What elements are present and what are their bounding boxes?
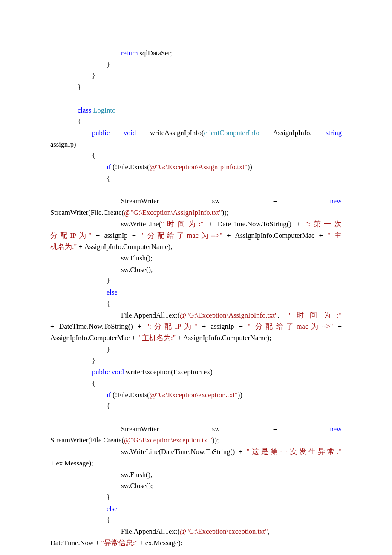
code-line: }: [50, 70, 342, 82]
code-text: (!File.Exists(: [111, 163, 150, 171]
code-text: sw.Flush();: [121, 254, 153, 262]
code-line: else: [50, 287, 342, 298]
brace: }: [107, 277, 110, 285]
code-line: StreamWriter(File.Create(@"G:\Exception\…: [50, 435, 342, 446]
code-text: + AssignIpInfo.ComputerName);: [176, 334, 271, 342]
string-literal: ":第一次: [306, 220, 342, 228]
code-line: {: [50, 378, 342, 390]
code-text: sw: [212, 425, 220, 433]
code-text: + DateTime.Now.ToString() +: [204, 220, 306, 228]
keyword-string: string: [326, 129, 342, 137]
blank-line: [50, 412, 342, 424]
code-line: StreamWriter sw = new: [50, 196, 342, 207]
code-line: File.AppendAllText(@"G:\Exception\Assign…: [50, 310, 342, 321]
code-text: + assignIp +: [197, 322, 248, 330]
code-text: sw: [212, 197, 220, 205]
keyword-else: else: [107, 505, 118, 513]
string-literal: 机名为:": [50, 243, 77, 251]
code-line: }: [50, 492, 342, 503]
code-text: + AssignIpInfo.ComputerName);: [77, 243, 172, 251]
code-line: }: [50, 344, 342, 356]
string-literal: "时间为:": [161, 220, 204, 228]
code-text: AssignIpInfo,: [273, 129, 312, 137]
keyword-public: public: [92, 368, 110, 376]
code-line: sw.WriteLine(DateTime.Now.ToString() + "…: [50, 446, 342, 458]
code-text: ));: [212, 436, 219, 444]
code-line: else: [50, 503, 342, 515]
code-line: AssignIpInfo.ComputerMac + " 主机名为:" + As…: [50, 332, 342, 344]
keyword-new: new: [330, 425, 342, 433]
code-text: +: [333, 322, 342, 330]
code-line: if (!File.Exists(@"G:\Exception\AssignIp…: [50, 162, 342, 173]
code-text: File.AppendAllText(: [121, 311, 180, 319]
keyword-void: void: [111, 368, 124, 376]
code-line: }: [50, 82, 342, 93]
code-text: writerException(Exception ex): [124, 368, 213, 376]
code-text: + assignIp +: [92, 231, 140, 240]
string-literal: @"G:\Exception\exception.txt": [180, 527, 268, 535]
code-text: sw.WriteLine(: [121, 220, 161, 228]
string-literal: " 主: [327, 231, 342, 240]
code-line: File.AppendAllText(@"G:\Exception\except…: [50, 526, 342, 538]
string-literal: " 分配给了mac为-->": [140, 231, 222, 240]
code-line: {: [50, 150, 342, 162]
code-text: + DateTime.Now.ToString() +: [50, 322, 146, 330]
code-text: sqlDataSet;: [138, 49, 172, 57]
code-line: {: [50, 173, 342, 185]
string-literal: " 分配给了mac为-->": [248, 322, 333, 330]
keyword-if: if: [107, 163, 111, 171]
brace: }: [107, 493, 110, 501]
code-line: return sqlDataSet;: [50, 48, 342, 59]
code-line: sw.Flush();: [50, 253, 342, 264]
code-document: return sqlDataSet; } } } class LogInto {…: [0, 0, 392, 555]
code-text: =: [273, 425, 277, 433]
brace: {: [107, 402, 110, 410]
string-literal: "时间为:": [287, 311, 342, 319]
code-text: sw.WriteLine(DateTime.Now.ToString() +: [121, 448, 247, 456]
code-text: sw.Flush();: [121, 471, 153, 479]
code-line: sw.Close();: [50, 480, 342, 492]
code-text: =: [273, 197, 277, 205]
code-text: File.AppendAllText(: [121, 527, 180, 535]
code-line: {: [50, 401, 342, 412]
code-text: DateTime.Now +: [50, 539, 101, 547]
code-text: )): [238, 391, 242, 399]
string-literal: @"G:\Exception\AssignIpInfo.txt": [124, 208, 222, 217]
code-text: StreamWriter: [121, 425, 159, 433]
code-line: class LogInto: [50, 105, 342, 116]
blank-line: [50, 185, 342, 196]
brace: }: [107, 345, 110, 353]
code-text: writeAssignIpInfo(: [150, 129, 204, 137]
code-line: if (!File.Exists(@"G:\Exception\exceptio…: [50, 390, 342, 401]
string-literal: "这是第一次发生异常:": [247, 448, 342, 456]
blank-line: [50, 93, 342, 105]
code-line: DateTime.Now + "异常信息:" + ex.Message);: [50, 538, 342, 549]
code-line: {: [50, 298, 342, 310]
code-text: StreamWriter: [121, 197, 159, 205]
brace: {: [107, 174, 110, 182]
string-literal: ":分配IP为": [146, 322, 197, 330]
keyword-if: if: [107, 391, 111, 399]
brace: }: [78, 83, 81, 91]
brace: {: [107, 300, 110, 308]
code-line: 分配IP为" + assignIp + " 分配给了mac为-->" + Ass…: [50, 230, 342, 242]
string-literal: @"G:\Exception\exception.txt": [150, 391, 238, 399]
code-line: public void writeAssignIpInfo(clientComp…: [50, 127, 342, 139]
code-text: + ex.Message);: [50, 459, 93, 467]
brace: {: [92, 151, 95, 159]
string-literal: @"G:\Exception\AssignIpInfo.txt": [150, 163, 248, 171]
keyword-public: public: [92, 129, 110, 137]
brace: }: [92, 72, 95, 80]
string-literal: "异常信息:": [101, 539, 138, 547]
code-line: 机名为:" + AssignIpInfo.ComputerName);: [50, 241, 342, 253]
string-literal: @"G:\Exception\AssignIpInfo.txt": [180, 311, 278, 319]
keyword-else: else: [107, 288, 118, 296]
brace: }: [92, 356, 95, 364]
code-text: ));: [222, 208, 229, 217]
keyword-void: void: [124, 129, 136, 137]
brace: {: [78, 117, 81, 125]
code-line: + DateTime.Now.ToString() + ":分配IP为" + a…: [50, 321, 342, 332]
code-line: }: [50, 59, 342, 71]
code-line: }: [50, 275, 342, 287]
type-name: clientComputerInfo: [204, 129, 259, 137]
